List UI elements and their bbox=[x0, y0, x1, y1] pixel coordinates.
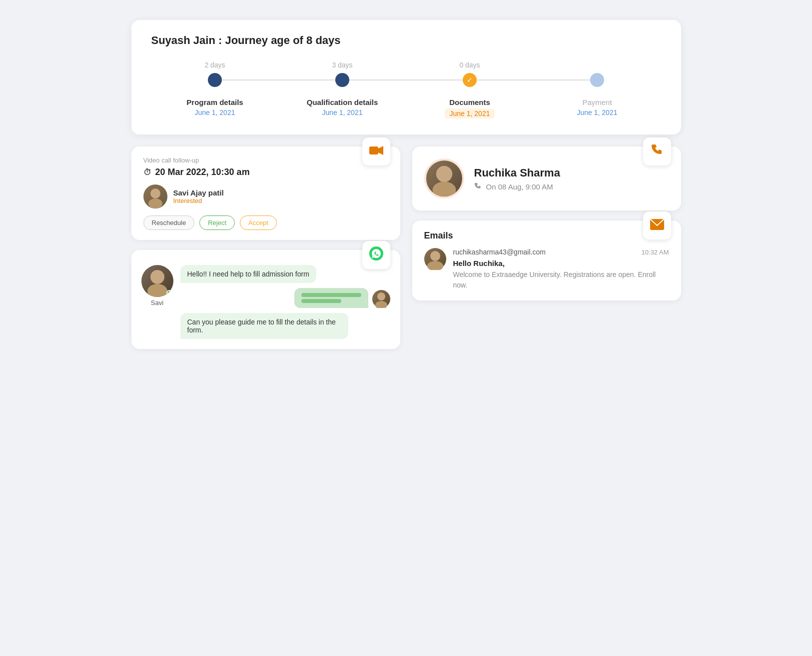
whatsapp-icon-badge bbox=[362, 241, 390, 269]
msg-sent-lines bbox=[301, 293, 361, 303]
phone-call-time: On 08 Aug, 9:00 AM bbox=[474, 182, 669, 191]
svg-point-5 bbox=[150, 270, 164, 284]
email-envelope-icon bbox=[650, 218, 664, 234]
phone-icon bbox=[651, 144, 664, 160]
reject-button[interactable]: Reject bbox=[199, 216, 235, 230]
svg-marker-1 bbox=[378, 146, 383, 155]
online-indicator bbox=[166, 290, 172, 296]
step-dot-3 bbox=[590, 73, 604, 87]
journey-title: Suyash Jain : Journey age of 8 days bbox=[151, 34, 661, 47]
step-date-3: June 1, 2021 bbox=[577, 108, 618, 116]
step-date-0: June 1, 2021 bbox=[195, 108, 235, 116]
contact-info: Savi Ajay patil Interested bbox=[173, 188, 224, 204]
bottom-section: Video call follow-up ⏱ 20 Mar 2022, 10:3… bbox=[131, 146, 681, 349]
phone-contact-avatar bbox=[424, 158, 464, 198]
step-days-1: 3 days bbox=[332, 61, 352, 69]
chat-contact-avatar bbox=[141, 265, 173, 297]
svg-point-7 bbox=[377, 292, 385, 300]
msg-sent-avatar bbox=[372, 290, 390, 308]
msg-line-2 bbox=[301, 299, 341, 303]
accept-button[interactable]: Accept bbox=[240, 216, 277, 230]
svg-point-8 bbox=[375, 301, 387, 308]
svg-point-9 bbox=[436, 166, 452, 182]
msg-line-1 bbox=[301, 293, 361, 297]
msg-sent-row bbox=[180, 288, 390, 308]
email-item: ruchikasharma43@gmail.com 10:32 AM Hello… bbox=[424, 248, 669, 290]
email-content: ruchikasharma43@gmail.com 10:32 AM Hello… bbox=[453, 248, 669, 290]
contact-status: Interested bbox=[173, 197, 224, 204]
phone-icon-badge bbox=[643, 138, 671, 166]
step-dot-2: ✓ bbox=[463, 73, 477, 87]
email-header: ruchikasharma43@gmail.com 10:32 AM bbox=[453, 248, 669, 256]
svg-point-2 bbox=[150, 188, 160, 198]
whatsapp-icon bbox=[369, 246, 384, 264]
step-label-3: Payment bbox=[582, 98, 612, 106]
step-date-2: June 1, 2021 bbox=[445, 108, 495, 118]
main-container: Suyash Jain : Journey age of 8 days 2 da… bbox=[131, 20, 681, 349]
video-camera-icon bbox=[369, 144, 383, 160]
svg-point-10 bbox=[432, 182, 456, 198]
contact-name: Savi Ajay patil bbox=[173, 188, 224, 197]
email-icon-badge bbox=[643, 212, 671, 240]
call-time: ⏱ 20 Mar 2022, 10:30 am bbox=[143, 167, 388, 178]
email-from: ruchikasharma43@gmail.com bbox=[453, 248, 546, 256]
phone-contact-name: Ruchika Sharma bbox=[474, 166, 669, 180]
step-days-2: 0 days bbox=[459, 61, 480, 69]
email-body: Welcome to Extraaedge University. Regist… bbox=[453, 270, 669, 290]
msg-received-1: Can you please guide me to fill the deta… bbox=[180, 313, 348, 339]
step-label-1: Qualification details bbox=[307, 98, 378, 106]
svg-point-3 bbox=[148, 198, 162, 208]
svg-rect-0 bbox=[369, 146, 378, 154]
step-label-0: Program details bbox=[186, 98, 243, 106]
video-call-icon-badge bbox=[362, 138, 390, 166]
email-card: Emails ruchikasharma43@gmail.com 10:32 A… bbox=[412, 220, 681, 300]
svg-point-6 bbox=[147, 284, 167, 297]
phone-small-icon bbox=[474, 182, 482, 190]
contact-avatar bbox=[143, 184, 167, 208]
right-column: Ruchika Sharma On 08 Aug, 9:00 AM bbox=[412, 146, 681, 349]
email-subject: Hello Ruchika, bbox=[453, 259, 669, 268]
email-sender-avatar bbox=[424, 248, 446, 270]
email-section-title: Emails bbox=[424, 230, 669, 241]
step-dot-0 bbox=[208, 73, 222, 87]
svg-point-12 bbox=[430, 251, 440, 261]
reschedule-button[interactable]: Reschedule bbox=[143, 216, 195, 230]
step-label-2: Documents bbox=[449, 98, 490, 106]
msg-text-0: Hello!! I need help to fill admission fo… bbox=[187, 270, 309, 278]
step-date-1: June 1, 2021 bbox=[322, 108, 363, 116]
email-time: 10:32 AM bbox=[642, 248, 669, 256]
call-time-text: 20 Mar 2022, 10:30 am bbox=[155, 167, 250, 178]
msg-text-1: Can you please guide me to fill the deta… bbox=[187, 318, 336, 334]
msg-sent-0 bbox=[294, 288, 368, 308]
chat-contact-name: Savi bbox=[151, 299, 163, 306]
step-dot-1 bbox=[335, 73, 349, 87]
svg-point-13 bbox=[427, 261, 443, 270]
step-days-0: 2 days bbox=[204, 61, 225, 69]
phone-time-text: On 08 Aug, 9:00 AM bbox=[486, 182, 553, 191]
video-call-card: Video call follow-up ⏱ 20 Mar 2022, 10:3… bbox=[131, 146, 400, 240]
journey-card: Suyash Jain : Journey age of 8 days 2 da… bbox=[131, 20, 681, 134]
whatsapp-card: Savi Hello!! I need help to fill admissi… bbox=[131, 250, 400, 349]
msg-received-0: Hello!! I need help to fill admission fo… bbox=[180, 265, 316, 283]
action-buttons: Reschedule Reject Accept bbox=[143, 216, 388, 230]
chat-messages: Hello!! I need help to fill admission fo… bbox=[180, 265, 390, 339]
phone-call-card: Ruchika Sharma On 08 Aug, 9:00 AM bbox=[412, 146, 681, 210]
phone-info: Ruchika Sharma On 08 Aug, 9:00 AM bbox=[474, 166, 669, 191]
call-type-label: Video call follow-up bbox=[143, 156, 388, 164]
contact-row: Savi Ajay patil Interested bbox=[143, 184, 388, 208]
clock-icon: ⏱ bbox=[143, 168, 151, 177]
left-column: Video call follow-up ⏱ 20 Mar 2022, 10:3… bbox=[131, 146, 400, 349]
